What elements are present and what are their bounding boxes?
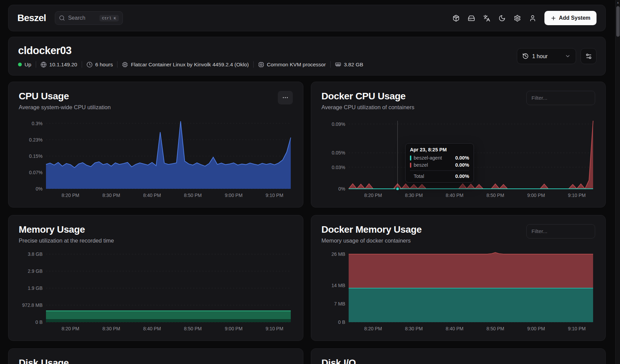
time-range-select[interactable]: 1 hour bbox=[517, 48, 576, 64]
system-controls: 1 hour bbox=[517, 48, 597, 64]
svg-text:9:10 PM: 9:10 PM bbox=[266, 326, 283, 331]
system-overview-card: cldocker03 Up 10.1.149.20 6 hours Flatca… bbox=[8, 37, 606, 76]
svg-text:0.07%: 0.07% bbox=[29, 170, 43, 175]
clock-icon bbox=[86, 62, 93, 68]
svg-text:8:30 PM: 8:30 PM bbox=[405, 326, 423, 331]
svg-text:8:20 PM: 8:20 PM bbox=[62, 193, 79, 198]
svg-text:0.03%: 0.03% bbox=[332, 165, 345, 170]
add-system-label: Add System bbox=[559, 15, 590, 21]
svg-text:0 B: 0 B bbox=[35, 319, 43, 325]
svg-text:9:10 PM: 9:10 PM bbox=[266, 193, 283, 198]
plus-icon bbox=[551, 15, 556, 21]
uptime-value: 6 hours bbox=[95, 62, 113, 68]
svg-text:0%: 0% bbox=[338, 186, 345, 192]
svg-text:0.3%: 0.3% bbox=[32, 121, 43, 126]
svg-text:8:50 PM: 8:50 PM bbox=[184, 193, 202, 198]
svg-text:8:40 PM: 8:40 PM bbox=[446, 326, 463, 331]
svg-text:2.9 GB: 2.9 GB bbox=[28, 268, 43, 274]
tooltip-row: beszel 0.00% bbox=[410, 162, 469, 168]
svg-text:7 MB: 7 MB bbox=[334, 301, 345, 307]
total-value: 0.00% bbox=[455, 173, 469, 179]
card-subtitle: Average CPU utilization of containers bbox=[321, 104, 414, 111]
charts-grid: CPU Usage Average system-wide CPU utiliz… bbox=[8, 82, 606, 364]
memory-usage-chart[interactable]: 3.8 GB2.9 GB1.9 GB972.8 MB0 B8:20 PM8:30… bbox=[19, 251, 293, 332]
svg-text:9:00 PM: 9:00 PM bbox=[527, 326, 545, 331]
card-menu-button[interactable] bbox=[278, 91, 293, 104]
disk-usage-card: Disk Usage bbox=[8, 348, 303, 364]
svg-text:8:20 PM: 8:20 PM bbox=[364, 193, 382, 198]
svg-text:972.8 MB: 972.8 MB bbox=[22, 302, 43, 308]
system-badges: Up 10.1.149.20 6 hours Flatcar Container… bbox=[18, 61, 596, 68]
svg-text:8:30 PM: 8:30 PM bbox=[405, 193, 423, 198]
header: Beszel Search Ctrl K Add System bbox=[8, 5, 606, 31]
svg-text:0%: 0% bbox=[36, 186, 43, 192]
container-filter-input[interactable] bbox=[526, 224, 595, 238]
system-name: cldocker03 bbox=[18, 45, 596, 57]
status-badge: Up bbox=[18, 62, 31, 68]
time-range-value: 1 hour bbox=[532, 53, 547, 59]
svg-text:9:00 PM: 9:00 PM bbox=[527, 193, 545, 198]
os-chip-icon bbox=[122, 62, 128, 68]
os-value: Flatcar Container Linux by Kinvolk 4459.… bbox=[131, 62, 249, 68]
theme-toggle-button[interactable] bbox=[494, 11, 510, 26]
chart-settings-button[interactable] bbox=[581, 48, 597, 64]
svg-text:1.9 GB: 1.9 GB bbox=[28, 285, 43, 291]
user-menu-button[interactable] bbox=[525, 11, 540, 26]
hard-drive-icon bbox=[468, 15, 475, 22]
scrollbar-thumb[interactable] bbox=[616, 6, 620, 37]
processor-value: Common KVM processor bbox=[267, 62, 326, 68]
svg-text:9:10 PM: 9:10 PM bbox=[568, 193, 586, 198]
search-input[interactable]: Search Ctrl K bbox=[55, 11, 123, 25]
card-title: CPU Usage bbox=[19, 91, 111, 102]
divider bbox=[253, 61, 254, 68]
globe-icon bbox=[41, 62, 47, 68]
svg-text:3.8 GB: 3.8 GB bbox=[28, 251, 43, 257]
memory-stick-icon bbox=[335, 62, 341, 68]
card-title: Disk I/O bbox=[321, 358, 356, 364]
svg-text:0 B: 0 B bbox=[338, 319, 345, 325]
divider bbox=[82, 61, 82, 68]
divider bbox=[36, 61, 36, 68]
docker-cpu-usage-chart[interactable]: 0.09%0.05%0.03%0%8:20 PM8:30 PM8:40 PM8:… bbox=[321, 118, 595, 199]
divider bbox=[330, 61, 331, 68]
svg-text:9:00 PM: 9:00 PM bbox=[225, 326, 242, 331]
svg-text:8:40 PM: 8:40 PM bbox=[143, 326, 161, 331]
sliders-icon bbox=[585, 53, 592, 60]
series-label: beszel-agent bbox=[414, 155, 453, 161]
language-button[interactable] bbox=[479, 11, 494, 26]
ip-value: 10.1.149.20 bbox=[49, 62, 77, 68]
svg-text:9:10 PM: 9:10 PM bbox=[568, 326, 586, 331]
cpu-usage-chart[interactable]: 0.3%0.23%0.15%0.07%0%8:20 PM8:30 PM8:40 … bbox=[19, 118, 293, 199]
svg-text:8:50 PM: 8:50 PM bbox=[184, 326, 202, 331]
storage-button[interactable] bbox=[464, 11, 479, 26]
os-badge: Flatcar Container Linux by Kinvolk 4459.… bbox=[122, 62, 249, 68]
svg-text:8:50 PM: 8:50 PM bbox=[487, 193, 504, 198]
page-scrollbar[interactable]: ▲ bbox=[615, 0, 620, 364]
memory-usage-card: Memory Usage Precise utilization at the … bbox=[8, 215, 303, 341]
memory-badge: 3.82 GB bbox=[335, 62, 363, 68]
svg-text:8:30 PM: 8:30 PM bbox=[102, 193, 120, 198]
cpu-icon bbox=[258, 62, 264, 68]
svg-text:0.05%: 0.05% bbox=[332, 150, 345, 155]
series-color-chip bbox=[410, 163, 411, 168]
card-subtitle: Memory usage of docker containers bbox=[321, 237, 422, 244]
svg-text:8:20 PM: 8:20 PM bbox=[364, 326, 382, 331]
docker-cpu-usage-card: Docker CPU Usage Average CPU utilization… bbox=[311, 82, 606, 208]
add-system-button[interactable]: Add System bbox=[544, 11, 597, 25]
scrollbar-up-arrow[interactable]: ▲ bbox=[616, 1, 620, 4]
card-subtitle: Average system-wide CPU utilization bbox=[19, 104, 111, 111]
systems-button[interactable] bbox=[448, 11, 464, 26]
svg-text:0.23%: 0.23% bbox=[29, 137, 43, 143]
docker-memory-usage-chart[interactable]: 26 MB14 MB7 MB0 B8:20 PM8:30 PM8:40 PM8:… bbox=[321, 251, 595, 332]
container-filter-input[interactable] bbox=[526, 91, 595, 105]
uptime-badge: 6 hours bbox=[86, 62, 113, 68]
total-label: Total bbox=[410, 173, 453, 179]
card-title: Disk Usage bbox=[19, 358, 69, 364]
moon-icon bbox=[498, 15, 506, 22]
chevron-down-icon bbox=[565, 53, 571, 59]
cpu-usage-card: CPU Usage Average system-wide CPU utiliz… bbox=[8, 82, 303, 208]
series-value: 0.00% bbox=[455, 155, 469, 161]
search-placeholder: Search bbox=[68, 15, 85, 21]
app-logo[interactable]: Beszel bbox=[17, 13, 46, 23]
settings-button[interactable] bbox=[510, 11, 525, 26]
